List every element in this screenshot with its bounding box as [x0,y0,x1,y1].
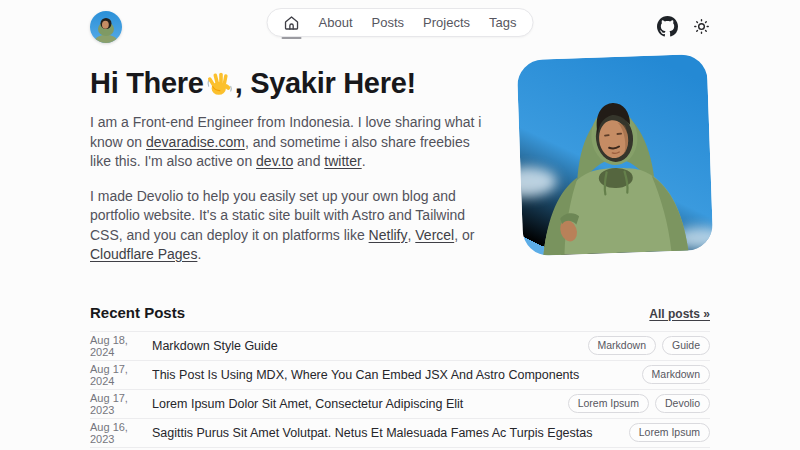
paragraph-text: . [197,246,201,262]
post-tags: Lorem Ipsum [629,423,710,443]
recent-posts-title: Recent Posts [90,304,185,321]
nav-home[interactable] [284,9,300,36]
post-row: Aug 18, 2024Markdown Style GuideMarkdown… [90,332,710,361]
post-tag-pill[interactable]: Lorem Ipsum [629,423,710,443]
inline-link[interactable]: Vercel [415,227,454,243]
github-link[interactable] [657,16,678,37]
nav-item-projects[interactable]: Projects [423,15,470,30]
inline-link[interactable]: Netlify [369,227,408,243]
post-tag-pill[interactable]: Lorem Ipsum [568,394,649,414]
hero-paragraph: I am a Front-end Engineer from Indonesia… [90,113,492,172]
hero-title: Hi There , Syakir Here! [90,67,494,100]
waving-hand-emoji [206,70,233,97]
site-header: About Posts Projects Tags [0,0,800,46]
post-date: Aug 16, 2023 [90,421,142,445]
nav-item-posts[interactable]: Posts [372,15,405,30]
avatar[interactable] [90,11,122,43]
post-title-link[interactable]: Markdown Style Guide [152,339,578,353]
all-posts-link[interactable]: All posts » [649,307,710,321]
inline-link[interactable]: devaradise.com [146,134,245,150]
post-tags: Markdown [642,365,710,385]
recent-posts-header: Recent Posts All posts » [90,304,710,321]
nav-item-about[interactable]: About [319,15,353,30]
main-nav: About Posts Projects Tags [267,8,534,37]
hero-section: Hi There , Syakir Here! I a [90,57,710,280]
main-content: Hi There , Syakir Here! I a [90,57,710,450]
sun-icon [693,18,710,35]
hero-text: Hi There , Syakir Here! I a [90,57,494,280]
paragraph-text: , or [454,227,474,243]
post-date: Aug 17, 2024 [90,363,142,387]
post-tag-pill[interactable]: Devolio [655,394,710,414]
paragraph-text: . [362,153,366,169]
post-row: Aug 17, 2023Lorem Ipsum Dolor Sit Amet, … [90,390,710,419]
hero-paragraphs: I am a Front-end Engineer from Indonesia… [90,113,494,265]
inline-link[interactable]: dev.to [256,153,293,169]
nav-active-indicator [282,37,302,40]
post-list: Aug 18, 2024Markdown Style GuideMarkdown… [90,331,710,450]
post-row: Aug 17, 2024This Post Is Using MDX, Wher… [90,361,710,390]
hero-title-before: Hi There [90,67,204,99]
header-actions [657,16,710,37]
theme-toggle-button[interactable] [693,18,710,35]
post-tag-pill[interactable]: Markdown [642,365,710,385]
post-date: Aug 18, 2024 [90,334,142,358]
recent-posts-section: Recent Posts All posts » Aug 18, 2024Mar… [90,304,710,450]
post-title-link[interactable]: Lorem Ipsum Dolor Sit Amet, Consectetur … [152,397,558,411]
post-tags: Lorem IpsumDevolio [568,394,710,414]
post-date: Aug 17, 2023 [90,392,142,416]
avatar-photo [90,11,122,43]
inline-link[interactable]: twitter [324,153,361,169]
nav-item-tags[interactable]: Tags [489,15,516,30]
post-tags: MarkdownGuide [588,336,710,356]
post-tag-pill[interactable]: Markdown [588,336,656,356]
post-title-link[interactable]: Sagittis Purus Sit Amet Volutpat. Netus … [152,426,619,440]
inline-link[interactable]: Cloudflare Pages [90,246,197,262]
post-row: Aug 16, 2023Sagittis Purus Sit Amet Volu… [90,419,710,448]
post-tag-pill[interactable]: Guide [662,336,710,356]
hero-title-after: , Syakir Here! [235,67,416,99]
home-icon [284,15,300,31]
paragraph-text: and [293,153,324,169]
post-title-link[interactable]: This Post Is Using MDX, Where You Can Em… [152,368,632,382]
hero-photo [517,54,714,257]
github-icon [657,16,678,37]
hero-paragraph: I made Devolio to help you easily set up… [90,187,492,265]
